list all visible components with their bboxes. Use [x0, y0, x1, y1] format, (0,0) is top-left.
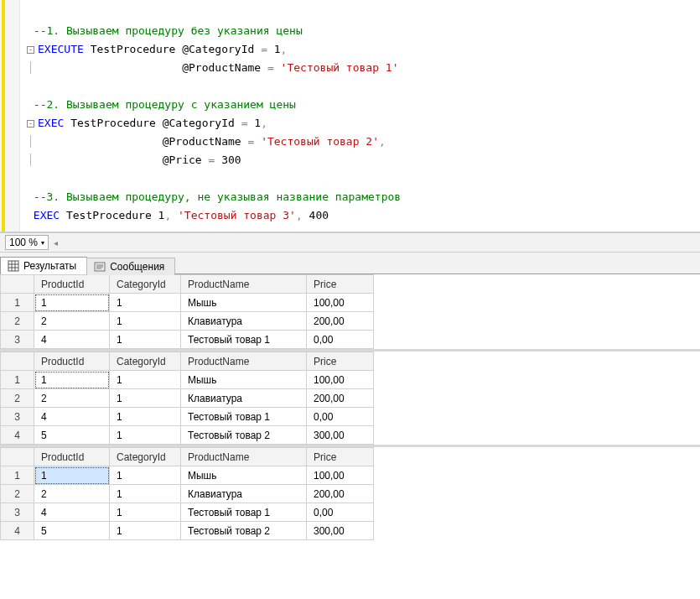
cell-productid[interactable]: 5 [34, 522, 110, 540]
sql-editor[interactable]: --1. Вызываем процедуру без указания цен… [0, 0, 700, 232]
row-header[interactable]: 1 [1, 466, 34, 485]
cell-categoryid[interactable]: 1 [110, 408, 181, 426]
cell-productname[interactable]: Мышь [181, 371, 307, 389]
table-row[interactable]: 4 5 1 Тестовый товар 2 300,00 [1, 426, 700, 445]
cell-productname[interactable]: Мышь [181, 466, 307, 485]
cell-categoryid[interactable]: 1 [110, 466, 181, 485]
cell-price[interactable]: 200,00 [307, 485, 374, 503]
zoom-dropdown[interactable]: 100 % ▾ [5, 235, 49, 250]
cell-price[interactable]: 100,00 [307, 371, 374, 389]
cell-price[interactable]: 0,00 [307, 503, 374, 522]
proc-name: TestProcedure [70, 117, 156, 129]
row-header[interactable]: 4 [1, 426, 34, 445]
scroll-left-icon[interactable]: ◂ [54, 238, 58, 247]
chevron-down-icon: ▾ [41, 239, 44, 247]
num-literal: 1 [274, 43, 281, 55]
cell-categoryid[interactable]: 1 [110, 426, 181, 445]
cell-productid[interactable]: 2 [34, 485, 110, 503]
cell-categoryid[interactable]: 1 [110, 331, 181, 349]
col-header-productid[interactable]: ProductId [34, 352, 110, 371]
tab-messages-label: Сообщения [110, 261, 164, 273]
cell-productid[interactable]: 2 [34, 389, 110, 408]
col-header-categoryid[interactable]: CategoryId [110, 352, 181, 371]
keyword-exec: EXEC [34, 209, 60, 221]
col-header-productname[interactable]: ProductName [181, 275, 307, 294]
col-header-productname[interactable]: ProductName [181, 352, 307, 371]
row-header[interactable]: 2 [1, 312, 34, 331]
col-header-price[interactable]: Price [307, 275, 374, 294]
table-row[interactable]: 2 2 1 Клавиатура 200,00 [1, 485, 700, 503]
cell-productid[interactable]: 1 [34, 294, 110, 312]
cell-price[interactable]: 300,00 [307, 522, 374, 540]
cell-price[interactable]: 100,00 [307, 466, 374, 485]
cell-productname[interactable]: Клавиатура [181, 485, 307, 503]
cell-productname[interactable]: Тестовый товар 2 [181, 426, 307, 445]
tab-results[interactable]: Результаты [0, 257, 87, 274]
cell-productname[interactable]: Тестовый товар 1 [181, 503, 307, 522]
cell-categoryid[interactable]: 1 [110, 503, 181, 522]
cell-price[interactable]: 100,00 [307, 294, 374, 312]
table-row[interactable]: 3 4 1 Тестовый товар 1 0,00 [1, 331, 700, 349]
table-row[interactable]: 1 1 1 Мышь 100,00 [1, 294, 700, 312]
col-header-price[interactable]: Price [307, 352, 374, 371]
cell-price[interactable]: 0,00 [307, 408, 374, 426]
table-row[interactable]: 3 4 1 Тестовый товар 1 0,00 [1, 503, 700, 522]
cell-productname[interactable]: Тестовый товар 1 [181, 331, 307, 349]
col-header-productid[interactable]: ProductId [34, 448, 110, 466]
cell-price[interactable]: 200,00 [307, 389, 374, 408]
collapse-icon[interactable]: - [27, 46, 34, 54]
cell-productid[interactable]: 1 [34, 466, 110, 485]
cell-categoryid[interactable]: 1 [110, 294, 181, 312]
row-header[interactable]: 4 [1, 522, 34, 540]
table-row[interactable]: 2 2 1 Клавиатура 200,00 [1, 389, 700, 408]
table-row[interactable]: 1 1 1 Мышь 100,00 [1, 371, 700, 389]
cell-price[interactable]: 0,00 [307, 331, 374, 349]
cell-productid[interactable]: 5 [34, 426, 110, 445]
string-literal: 'Тестовый товар 1' [281, 61, 399, 74]
col-header-price[interactable]: Price [307, 448, 374, 466]
cell-categoryid[interactable]: 1 [110, 485, 181, 503]
result-grid-2: ProductId CategoryId ProductName Price 1… [0, 352, 700, 447]
cell-categoryid[interactable]: 1 [110, 389, 181, 408]
cell-price[interactable]: 200,00 [307, 312, 374, 331]
cell-productid[interactable]: 4 [34, 503, 110, 522]
table-row[interactable]: 1 1 1 Мышь 100,00 [1, 466, 700, 485]
col-header-productname[interactable]: ProductName [181, 448, 307, 466]
row-header[interactable]: 2 [1, 485, 34, 503]
table-row[interactable]: 3 4 1 Тестовый товар 1 0,00 [1, 408, 700, 426]
num-literal: 1 [254, 117, 261, 129]
cell-categoryid[interactable]: 1 [110, 522, 181, 540]
col-header-productid[interactable]: ProductId [34, 275, 110, 294]
table-row[interactable]: 4 5 1 Тестовый товар 2 300,00 [1, 522, 700, 540]
comma: , [296, 209, 303, 221]
param-categoryid: @CategoryId [182, 43, 254, 55]
collapse-icon[interactable]: - [27, 120, 34, 128]
cell-productid[interactable]: 2 [34, 312, 110, 331]
row-header[interactable]: 1 [1, 294, 34, 312]
comment-1: --1. Вызываем процедуру без указания цен… [34, 24, 303, 37]
col-header-categoryid[interactable]: CategoryId [110, 275, 181, 294]
cell-price[interactable]: 300,00 [307, 426, 374, 445]
operator-eq: = [261, 43, 267, 55]
cell-productname[interactable]: Клавиатура [181, 389, 307, 408]
tab-messages[interactable]: Сообщения [86, 258, 175, 275]
row-header[interactable]: 2 [1, 389, 34, 408]
cell-productname[interactable]: Тестовый товар 2 [181, 522, 307, 540]
cell-categoryid[interactable]: 1 [110, 371, 181, 389]
cell-categoryid[interactable]: 1 [110, 312, 181, 331]
cell-productid[interactable]: 4 [34, 331, 110, 349]
cell-productname[interactable]: Тестовый товар 1 [181, 408, 307, 426]
table-row[interactable]: 2 2 1 Клавиатура 200,00 [1, 312, 700, 331]
code-content[interactable]: --1. Вызываем процедуру без указания цен… [20, 0, 700, 232]
row-header[interactable]: 3 [1, 408, 34, 426]
cell-productname[interactable]: Клавиатура [181, 312, 307, 331]
cell-productid[interactable]: 1 [34, 371, 110, 389]
col-header-categoryid[interactable]: CategoryId [110, 448, 181, 466]
row-header[interactable]: 3 [1, 331, 34, 349]
param-productname: @ProductName [182, 61, 261, 74]
result-grid-1: ProductId CategoryId ProductName Price 1… [0, 274, 700, 352]
row-header[interactable]: 3 [1, 503, 34, 522]
row-header[interactable]: 1 [1, 371, 34, 389]
cell-productname[interactable]: Мышь [181, 294, 307, 312]
cell-productid[interactable]: 4 [34, 408, 110, 426]
